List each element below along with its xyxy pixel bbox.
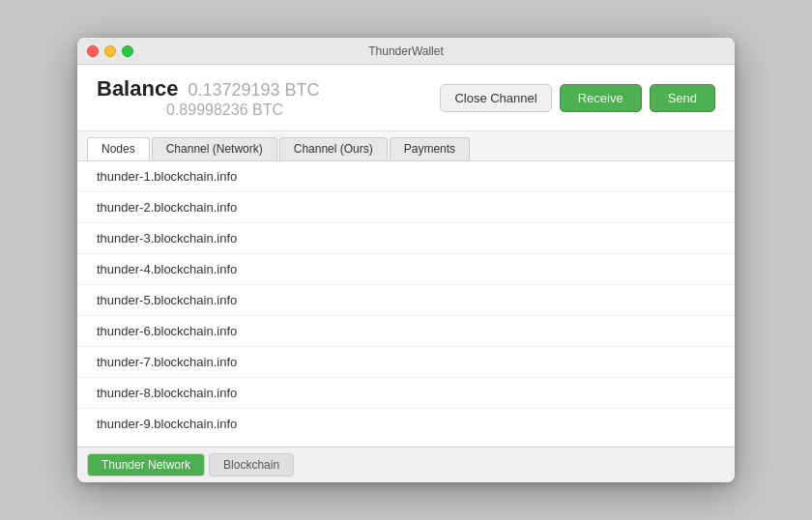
main-window: ThunderWallet Balance 0.13729193 BTC 0.8… (77, 38, 735, 482)
balance-btc2: 0.89998236 BTC (166, 101, 283, 118)
header: Balance 0.13729193 BTC 0.89998236 BTC Cl… (77, 65, 735, 131)
node-list: thunder-1.blockchain.infothunder-2.block… (77, 161, 735, 439)
balance-row: Balance 0.13729193 BTC (97, 76, 320, 101)
tab-channel-network[interactable]: Channel (Network) (152, 137, 277, 160)
balance-area: Balance 0.13729193 BTC 0.89998236 BTC (97, 76, 320, 119)
list-item[interactable]: thunder-4.blockchain.info (77, 254, 735, 285)
list-item[interactable]: thunder-5.blockchain.info (77, 285, 735, 316)
balance-btc2-row: 0.89998236 BTC (97, 101, 320, 119)
list-item[interactable]: thunder-9.blockchain.info (77, 409, 735, 439)
bottom-tab-thunder[interactable]: Thunder Network (87, 453, 205, 477)
maximize-button[interactable] (122, 45, 133, 57)
window-title: ThunderWallet (368, 44, 444, 58)
minimize-button[interactable] (104, 45, 116, 57)
list-item[interactable]: thunder-6.blockchain.info (77, 316, 735, 347)
list-item[interactable]: thunder-7.blockchain.info (77, 347, 735, 378)
tab-channel-ours[interactable]: Channel (Ours) (279, 137, 388, 160)
tab-payments[interactable]: Payments (390, 137, 470, 160)
receive-button[interactable]: Receive (560, 84, 642, 112)
titlebar: ThunderWallet (77, 38, 735, 65)
close-channel-button[interactable]: Close Channel (440, 84, 551, 112)
close-button[interactable] (87, 45, 99, 57)
tabs-bar: Nodes Channel (Network) Channel (Ours) P… (77, 131, 735, 161)
bottom-tab-blockchain[interactable]: Blockchain (209, 453, 294, 477)
header-buttons: Close Channel Receive Send (440, 84, 715, 112)
traffic-lights (87, 45, 133, 57)
balance-label: Balance (97, 76, 178, 101)
tab-nodes[interactable]: Nodes (87, 137, 150, 160)
list-item[interactable]: thunder-1.blockchain.info (77, 161, 735, 192)
content-area: thunder-1.blockchain.infothunder-2.block… (77, 161, 735, 447)
list-item[interactable]: thunder-8.blockchain.info (77, 378, 735, 409)
send-button[interactable]: Send (650, 84, 715, 112)
list-item[interactable]: thunder-2.blockchain.info (77, 192, 735, 223)
list-item[interactable]: thunder-3.blockchain.info (77, 223, 735, 254)
balance-btc1: 0.13729193 BTC (188, 80, 319, 101)
bottom-tabs: Thunder Network Blockchain (77, 447, 735, 482)
